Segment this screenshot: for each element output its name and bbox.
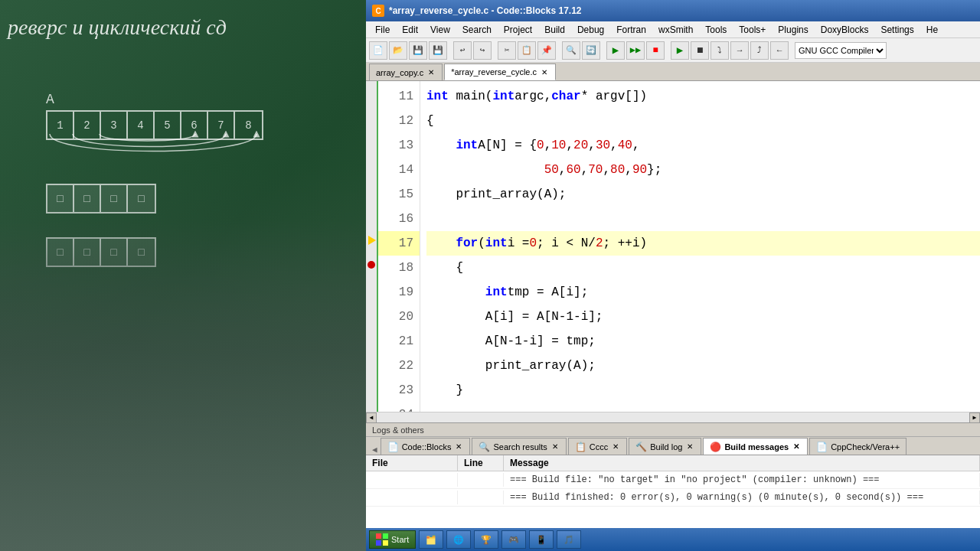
debug-button[interactable]: ▶ <box>671 41 689 60</box>
code-line-16 <box>426 207 980 231</box>
tab-close-array-reverse[interactable]: ✕ <box>540 67 549 77</box>
message-header: File Line Message <box>366 455 980 471</box>
bottom-tab-close[interactable]: ✕ <box>454 442 463 452</box>
code-line-19: int tmp = A[i]; <box>426 280 980 305</box>
code-token: , <box>559 158 567 182</box>
bottom-tab-search[interactable]: 🔍 Search results ✕ <box>472 438 566 455</box>
keyword: int <box>485 231 508 256</box>
save-button[interactable]: 💾 <box>409 41 427 60</box>
code-token <box>426 231 456 256</box>
menu-doxyblocks[interactable]: DoxyBlocks <box>815 23 875 37</box>
tab-array-copy[interactable]: array_copy.c ✕ <box>369 64 443 80</box>
msg-line <box>458 473 504 487</box>
find-button[interactable]: 🔍 <box>562 41 580 60</box>
code-line-24 <box>426 403 980 412</box>
line-num: 13 <box>378 133 420 158</box>
taskbar-btn-app1[interactable]: 🏆 <box>474 530 498 549</box>
debug-stop-button[interactable]: ⏹ <box>691 41 709 60</box>
bottom-tab-close[interactable]: ✕ <box>611 442 620 452</box>
bottom-tab-close[interactable]: ✕ <box>792 442 801 452</box>
app-icon: C <box>372 5 384 17</box>
step-out-button[interactable]: ⤴ <box>750 41 769 60</box>
bottom-tab-buildlog[interactable]: 🔨 Build log ✕ <box>629 438 701 455</box>
menu-plugins[interactable]: Plugins <box>772 23 814 37</box>
code-token: , <box>566 133 573 158</box>
menu-debug[interactable]: Debug <box>571 23 610 37</box>
code-token <box>426 133 456 158</box>
number: 60 <box>566 158 580 182</box>
bottom-tab-cccc[interactable]: 📋 Cccc ✕ <box>568 438 627 455</box>
open-button[interactable]: 📂 <box>389 41 407 60</box>
tab-close-array-copy[interactable]: ✕ <box>426 68 436 77</box>
step-in-button[interactable]: ⤵ <box>710 41 729 60</box>
bottom-tab-label: Code::Blocks <box>402 442 452 452</box>
menu-file[interactable]: File <box>369 23 396 37</box>
taskbar-btn-folder[interactable]: 🗂️ <box>419 530 443 549</box>
gutter-line <box>366 179 377 204</box>
code-line-23: } <box>426 378 980 403</box>
keyword: int <box>456 133 478 158</box>
horizontal-scrollbar[interactable]: ◀ ▶ <box>366 412 980 422</box>
scroll-right[interactable]: ▶ <box>969 412 980 423</box>
bottom-tab-close[interactable]: ✕ <box>550 442 560 452</box>
step-over-button[interactable]: → <box>730 41 749 60</box>
copy-button[interactable]: 📋 <box>518 41 536 60</box>
taskbar-btn-app4[interactable]: 🎵 <box>557 530 581 549</box>
line-num: 11 <box>378 84 420 109</box>
menu-wxsmith[interactable]: wxSmith <box>652 23 699 37</box>
bottom-tabs: ◀ 📄 Code::Blocks ✕ 🔍 Search results ✕ 📋 … <box>366 437 980 455</box>
code-text[interactable]: int main(int argc, char* argv[]) { int A… <box>420 81 980 412</box>
code-line-12: { <box>426 109 980 133</box>
paste-button[interactable]: 📌 <box>537 41 556 60</box>
tab-array-reverse[interactable]: *array_reverse_cycle.c ✕ <box>444 64 556 80</box>
bottom-tab-close[interactable]: ✕ <box>685 442 694 452</box>
menu-fortran[interactable]: Fortran <box>610 23 652 37</box>
menu-toolsplus[interactable]: Tools+ <box>733 23 772 37</box>
number: 40 <box>618 133 632 158</box>
buildmsg-icon: 🔴 <box>710 442 721 452</box>
menu-settings[interactable]: Settings <box>874 23 920 37</box>
taskbar-btn-browser[interactable]: 🌐 <box>446 530 471 549</box>
line-num: 22 <box>378 354 420 378</box>
bottom-tab-buildmsg[interactable]: 🔴 Build messages ✕ <box>703 438 808 455</box>
menu-help[interactable]: He <box>920 23 944 37</box>
code-token: { <box>426 256 463 280</box>
menu-build[interactable]: Build <box>538 23 571 37</box>
gutter-line <box>366 155 377 179</box>
code-content[interactable]: 11 12 13 14 15 16 17 18 19 20 21 22 23 2… <box>366 81 980 412</box>
redo-button[interactable]: ↪ <box>473 41 492 60</box>
tab-label: array_copy.c <box>376 68 423 77</box>
code-token: * argv[]) <box>581 84 647 109</box>
new-button[interactable]: 📄 <box>369 41 387 60</box>
msg-text: === Build file: "no target" in "no proje… <box>504 473 980 487</box>
menu-view[interactable]: View <box>424 23 456 37</box>
chalk-title: реверс и циклический сд <box>8 15 227 40</box>
bottom-tab-codeblocks[interactable]: 📄 Code::Blocks ✕ <box>381 438 471 455</box>
code-token: }; <box>647 158 662 182</box>
message-row: === Build finished: 0 error(s), 0 warnin… <box>366 489 980 507</box>
scroll-left[interactable]: ◀ <box>366 412 377 423</box>
replace-button[interactable]: 🔄 <box>582 41 600 60</box>
run-button[interactable]: ▶ <box>606 41 625 60</box>
start-button[interactable]: Start <box>369 530 416 549</box>
menu-tools[interactable]: Tools <box>699 23 733 37</box>
menu-edit[interactable]: Edit <box>396 23 424 37</box>
cut-button[interactable]: ✂ <box>498 41 516 60</box>
compiler-select[interactable]: GNU GCC Compiler <box>795 42 887 59</box>
bottom-tab-cppcheck[interactable]: 📄 CppCheck/Vera++ <box>809 438 906 455</box>
undo-button[interactable]: ↩ <box>453 41 472 60</box>
step-back-button[interactable]: ← <box>770 41 789 60</box>
menu-search[interactable]: Search <box>456 23 498 37</box>
code-token: } <box>426 378 463 403</box>
taskbar-btn-app3[interactable]: 📱 <box>529 530 554 549</box>
menu-project[interactable]: Project <box>498 23 538 37</box>
bottom-tab-prev[interactable]: ◀ <box>369 445 381 455</box>
number: 80 <box>610 158 625 182</box>
stop-button[interactable]: ■ <box>646 41 665 60</box>
build-run-button[interactable]: ▶▶ <box>626 41 645 60</box>
taskbar-btn-app2[interactable]: 🎮 <box>501 530 526 549</box>
scroll-track[interactable] <box>377 412 969 423</box>
save-all-button[interactable]: 💾 <box>429 41 447 60</box>
editor-tabs: array_copy.c ✕ *array_reverse_cycle.c ✕ <box>366 63 980 81</box>
msg-file <box>366 491 458 504</box>
